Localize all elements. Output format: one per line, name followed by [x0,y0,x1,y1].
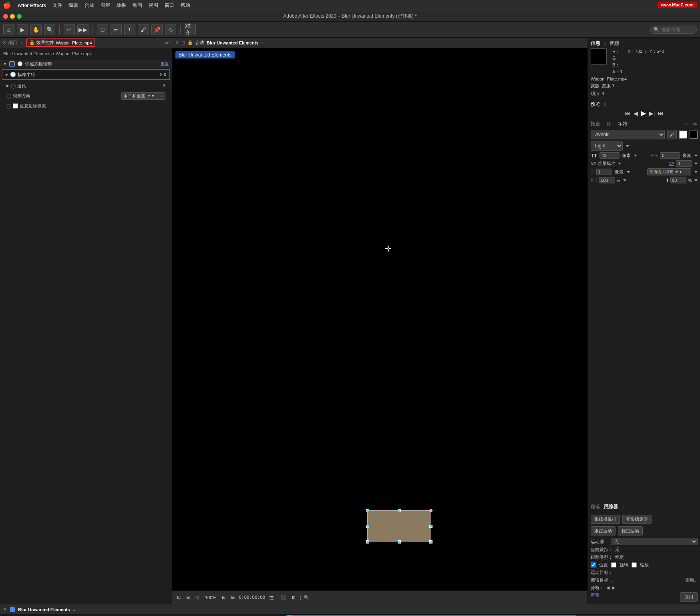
repeat-edge-checkbox[interactable] [13,103,18,109]
track-motion-btn[interactable]: 跟踪运动 [591,526,616,535]
video-frame[interactable] [367,510,431,542]
scale-checkbox[interactable] [632,562,637,568]
menu-file[interactable]: 文件 [52,2,62,9]
handle-mr[interactable] [429,525,432,528]
viewer-region-btn[interactable]: ⊡ [175,594,182,601]
brush-tool[interactable]: 🖌 [138,24,149,35]
handle-br[interactable] [429,540,432,544]
eyedropper-btn[interactable]: 🖍 [667,130,677,139]
search-input[interactable] [661,27,693,32]
info-plus[interactable]: + [644,48,648,56]
preview-first-btn[interactable]: ⏮ [625,110,630,117]
viewer-timecode[interactable]: 0:00:00:00 [239,595,265,600]
window-minimize[interactable] [10,14,15,19]
viewer-zoom-value[interactable]: 100% [203,594,218,601]
viewer-safe-btn[interactable]: ⊞ [229,594,236,601]
redo-btn[interactable]: ▶▶ [77,24,89,35]
info-tab[interactable]: 信息 [591,40,600,47]
blur-radius-value[interactable]: 9.0 [150,72,166,77]
viewer-close[interactable]: ✕ [175,40,179,45]
project-tab-close[interactable]: ✕ [2,40,6,45]
handle-tr[interactable] [429,509,432,512]
presets-tab[interactable]: 预设 [591,121,600,127]
apple-menu[interactable]: 🍎 [3,2,11,9]
tt-scale-input[interactable] [599,177,615,183]
menu-help[interactable]: 帮助 [181,2,190,9]
reset-label[interactable]: 重置 [591,592,599,602]
chars-expand-btn[interactable]: ≫ [692,121,698,127]
window-close[interactable] [3,14,8,19]
handle-ml[interactable] [366,525,369,528]
rectangle-tool[interactable]: □ [97,24,108,35]
stroke-type-select[interactable]: 在描边上填充 [647,168,691,175]
info-color-swatch[interactable] [591,48,607,64]
fx-reset-btn[interactable]: 重置 [161,61,169,67]
search-bar[interactable]: 🔍 [650,26,697,34]
timeline-close[interactable]: ✕ [3,607,7,612]
home-btn[interactable]: ⌂ [3,24,14,35]
tracking-value-input[interactable] [676,160,692,167]
preview-prev-btn[interactable]: ◀ [634,110,638,117]
fx-chevron[interactable]: ▼ [3,62,7,66]
viewer-color-btn[interactable]: ⬛ [279,594,288,601]
motion-source-select[interactable]: 无 [611,538,698,545]
handle-bm[interactable] [398,540,401,544]
fx-section-header[interactable]: ▼ fx 🕐 快速方框模糊 重置 [0,60,172,68]
edit-target-val[interactable]: 选项... [685,577,698,583]
track-camera-btn[interactable]: 跟踪摄像机 [591,515,620,524]
menu-animate[interactable]: 动画 [133,2,142,9]
iter-chevron[interactable]: ▶ [6,84,9,88]
iterations-value[interactable]: 3 [153,83,165,88]
select-tool[interactable]: ▶ [17,24,28,35]
viewer-grid-btn[interactable]: ⊞ [185,594,191,601]
timeline-menu-icon[interactable]: ≡ [73,607,76,612]
viewer-menu-icon[interactable]: ≡ [261,40,264,45]
menu-edit[interactable]: 编辑 [68,2,78,9]
stabilize-btn[interactable]: 稳定运动 [618,526,643,535]
preview-next-btn[interactable]: ▶| [649,110,655,117]
zoom-tool[interactable]: 🔍 [44,24,55,35]
puppet-tool[interactable]: 📌 [151,24,163,35]
pen-tool[interactable]: ✒ [111,24,122,35]
warp-stabilizer-btn[interactable]: 变形稳定器 [622,515,652,524]
undo-btn[interactable]: ↩ [64,24,75,35]
font-select[interactable]: Avenir [591,130,665,139]
effect-controls-tab[interactable]: 🔒 效果控件 Wagon_Plate.mp4 [26,38,95,47]
handle-tl[interactable] [366,509,369,512]
tracker-tab[interactable]: 跟踪器 [603,503,618,510]
menu-layer[interactable]: 图层 [101,2,110,9]
chars-tab[interactable]: 字符 [618,121,628,127]
apply-btn[interactable]: 应用 [680,592,698,602]
blur-radius-clock[interactable]: 🕐 [10,72,16,77]
edit-target-label[interactable]: 编辑目标... [591,577,612,583]
viewer-snapshot-btn[interactable]: 📷 [268,594,276,601]
panel-expand-icon[interactable]: ≫ [164,40,169,46]
window-maximize[interactable] [17,14,22,19]
audio-tab[interactable]: 音频 [609,40,619,47]
handle-bl[interactable] [366,540,369,544]
color-swatch-white[interactable] [679,131,687,139]
rotation-checkbox[interactable] [611,562,616,568]
blur-radius-chevron[interactable]: ▶ [6,72,8,76]
style-select[interactable]: Light [591,141,623,151]
align-btn[interactable]: 对齐 [185,24,196,35]
preview-tab[interactable]: 预览 [591,101,600,108]
handle-tm[interactable] [398,509,401,512]
tt2-scale-input[interactable] [670,177,686,183]
menu-view[interactable]: 视图 [149,2,158,9]
viewer-fit-btn[interactable]: ⊡ [220,594,227,601]
viewer-mask-btn[interactable]: ◎ [194,594,201,601]
preview-last-btn[interactable]: ⏭ [658,110,664,117]
project-tab[interactable]: 项目 [8,40,17,46]
color-swatch-black[interactable] [690,131,698,139]
shape-tool[interactable]: ◇ [165,24,176,35]
menu-compose[interactable]: 合成 [84,2,94,9]
paragraph-tab[interactable]: 段落 [591,503,600,510]
line-spacing-input[interactable] [660,152,680,159]
stroke-width-input[interactable] [596,169,612,175]
menu-window[interactable]: 窗口 [165,2,174,9]
hand-tool[interactable]: ✋ [30,24,42,35]
analyze-prev-btn[interactable]: ◀ [606,585,609,590]
text-tool[interactable]: T [124,24,135,35]
blur-direction-select[interactable]: 水平和垂直 [121,92,165,100]
